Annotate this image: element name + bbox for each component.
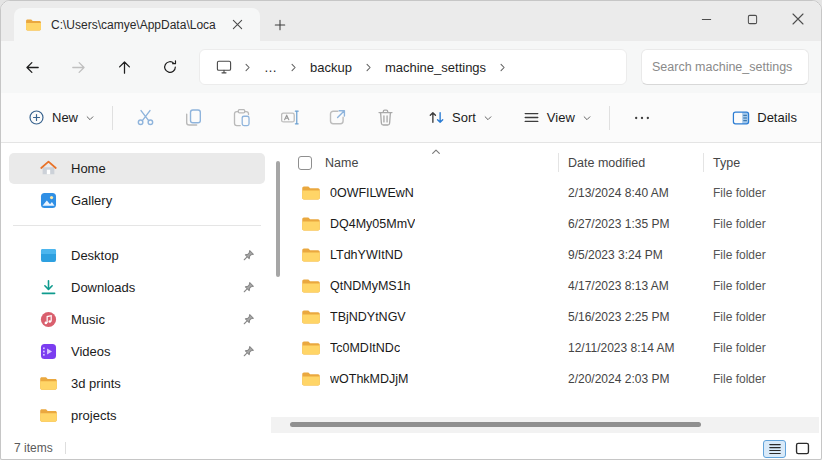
column-header-date-modified[interactable]: Date modified — [568, 156, 713, 170]
breadcrumb-machine-settings[interactable]: machine_settings — [378, 57, 493, 78]
tab-close-icon[interactable] — [227, 15, 247, 35]
videos-icon — [39, 342, 58, 361]
back-button[interactable] — [15, 50, 49, 84]
home-icon — [39, 159, 58, 178]
item-count: 7 items — [14, 441, 53, 455]
toolbar-divider — [609, 106, 610, 130]
status-bar: 7 items — [1, 438, 821, 459]
sidebar-item-label: 3d prints — [71, 376, 121, 391]
search-box[interactable] — [641, 49, 809, 85]
table-row[interactable]: 0OWFILWEwN 2/13/2024 8:40 AM File folder — [289, 177, 821, 208]
new-button[interactable]: New — [19, 102, 104, 133]
sidebar-item-downloads[interactable]: Downloads — [9, 272, 265, 303]
sidebar-item-desktop[interactable]: Desktop — [9, 240, 265, 271]
table-row[interactable]: LTdhYWItND 9/5/2023 3:24 PM File folder — [289, 239, 821, 270]
maximize-button[interactable] — [729, 1, 775, 37]
breadcrumb-ellipsis[interactable]: … — [257, 57, 284, 78]
column-divider[interactable] — [558, 153, 559, 172]
address-bar: … backup machine_settings — [1, 41, 821, 93]
sidebar-item-label: Downloads — [71, 280, 135, 295]
breadcrumb[interactable]: … backup machine_settings — [199, 49, 627, 85]
file-type: File folder — [713, 186, 821, 200]
folder-icon — [301, 369, 321, 389]
list-header: Name Date modified Type — [289, 148, 821, 177]
view-button[interactable]: View — [514, 102, 601, 133]
sort-button[interactable]: Sort — [419, 102, 502, 133]
see-more-button[interactable] — [622, 100, 662, 136]
folder-icon — [39, 406, 58, 425]
file-date-modified: 12/11/2023 8:14 AM — [568, 341, 713, 355]
delete-button[interactable] — [365, 100, 405, 136]
file-name: wOThkMDJjM — [330, 372, 408, 386]
pin-icon — [242, 345, 255, 358]
refresh-button[interactable] — [153, 50, 187, 84]
file-type: File folder — [713, 372, 821, 386]
status-divider — [65, 442, 66, 454]
sidebar-item-label: Home — [71, 161, 106, 176]
folder-icon — [301, 338, 321, 358]
file-type: File folder — [713, 279, 821, 293]
paste-icon — [231, 107, 252, 128]
details-view-toggle[interactable] — [763, 440, 786, 458]
share-button[interactable] — [317, 100, 357, 136]
monitor-icon — [215, 58, 233, 76]
sidebar-item-3d-prints[interactable]: 3d prints — [9, 368, 265, 399]
column-label: Name — [325, 156, 358, 170]
table-row[interactable]: QtNDMyMS1h 4/17/2023 8:13 AM File folder — [289, 270, 821, 301]
toolbar-divider — [112, 106, 113, 130]
new-button-label: New — [52, 110, 78, 125]
music-icon — [39, 310, 58, 329]
sidebar-item-videos[interactable]: Videos — [9, 336, 265, 367]
sidebar-item-label: projects — [71, 408, 117, 423]
table-row[interactable]: TBjNDYtNGV 5/16/2023 2:25 PM File folder — [289, 301, 821, 332]
file-list: Name Date modified Type 0OWFILWEwN 2/13/… — [271, 143, 821, 438]
file-date-modified: 2/20/2024 2:03 PM — [568, 372, 713, 386]
sidebar-item-music[interactable]: Music — [9, 304, 265, 335]
pin-icon — [242, 249, 255, 262]
window-controls — [683, 1, 821, 41]
cut-button[interactable] — [125, 100, 165, 136]
share-icon — [327, 107, 348, 128]
large-icons-view-toggle[interactable] — [791, 440, 814, 458]
copy-button[interactable] — [173, 100, 213, 136]
sidebar-item-label: Gallery — [71, 193, 112, 208]
sidebar-item-label: Music — [71, 312, 105, 327]
gallery-icon — [39, 191, 58, 210]
view-button-label: View — [547, 110, 575, 125]
rename-button[interactable] — [269, 100, 309, 136]
horizontal-scrollbar-thumb[interactable] — [290, 422, 701, 427]
breadcrumb-backup[interactable]: backup — [303, 57, 359, 78]
main-area: Home Gallery Desktop Downloads Music — [1, 143, 821, 438]
column-header-type[interactable]: Type — [713, 156, 821, 170]
table-row[interactable]: Tc0MDItNDc 12/11/2023 8:14 AM File folde… — [289, 332, 821, 363]
close-button[interactable] — [775, 1, 821, 37]
file-type: File folder — [713, 341, 821, 355]
table-row[interactable]: DQ4My05MmV 6/27/2023 1:35 PM File folder — [289, 208, 821, 239]
search-input[interactable] — [652, 60, 798, 74]
desktop-icon — [39, 246, 58, 265]
file-type: File folder — [713, 310, 821, 324]
file-date-modified: 5/16/2023 2:25 PM — [568, 310, 713, 324]
new-tab-button[interactable] — [269, 14, 291, 36]
sidebar-item-gallery[interactable]: Gallery — [9, 185, 265, 216]
explorer-tab[interactable]: C:\Users\camye\AppData\Loca — [14, 8, 260, 41]
details-button[interactable]: Details — [723, 102, 805, 134]
select-all-checkbox[interactable] — [298, 156, 312, 170]
file-name: DQ4My05MmV — [330, 217, 415, 231]
column-header-name[interactable]: Name — [289, 156, 568, 170]
sort-icon — [427, 108, 446, 127]
minimize-button[interactable] — [683, 1, 729, 37]
forward-button[interactable] — [61, 50, 95, 84]
horizontal-scrollbar[interactable] — [271, 417, 819, 433]
paste-button[interactable] — [221, 100, 261, 136]
titlebar: C:\Users\camye\AppData\Loca — [1, 1, 821, 41]
sidebar-item-projects[interactable]: projects — [9, 400, 265, 431]
column-divider[interactable] — [703, 153, 704, 172]
sort-button-label: Sort — [452, 110, 476, 125]
this-pc-crumb[interactable] — [210, 55, 238, 79]
file-explorer-window: C:\Users\camye\AppData\Loca — [0, 0, 822, 460]
file-name: TBjNDYtNGV — [330, 310, 406, 324]
sidebar-item-home[interactable]: Home — [9, 153, 265, 184]
up-button[interactable] — [107, 50, 141, 84]
table-row[interactable]: wOThkMDJjM 2/20/2024 2:03 PM File folder — [289, 363, 821, 394]
